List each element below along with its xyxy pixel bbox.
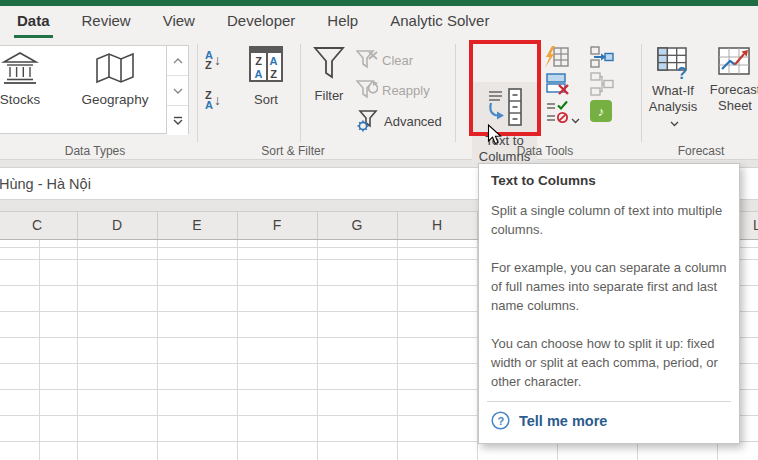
group-separator [197, 44, 198, 142]
clear-label: Clear [382, 53, 413, 68]
reapply-filter-button: Reapply [356, 80, 430, 100]
gallery-scroll-down-button[interactable] [167, 76, 188, 106]
column-header[interactable]: G [317, 217, 397, 233]
sort-filter-group-label: Sort & Filter [200, 144, 386, 158]
help-circle-icon: ? [491, 411, 510, 430]
funnel-icon [313, 46, 345, 80]
tell-me-more-label: Tell me more [519, 413, 607, 429]
group-separator [641, 44, 642, 142]
cluster-separator [300, 44, 301, 142]
formula-bar-value: Hùng - Hà Nội [0, 176, 91, 192]
geography-button[interactable]: Geography [75, 50, 155, 128]
ribbon: Stocks Geography [0, 38, 758, 160]
data-validation-button[interactable] [545, 100, 569, 128]
gallery-more-icon [173, 116, 183, 125]
group-separator [455, 44, 456, 142]
forecast-sheet-icon [717, 46, 753, 78]
chevron-down-icon [670, 121, 679, 127]
data-model-icon: ♪ [598, 104, 605, 119]
tab-data[interactable]: Data [14, 6, 53, 38]
svg-text:?: ? [677, 65, 687, 80]
sort-button[interactable]: Z A A Z Sort [238, 46, 294, 136]
flash-fill-icon [545, 46, 569, 68]
stocks-button[interactable]: Stocks [0, 50, 60, 128]
filter-label: Filter [315, 88, 344, 104]
down-arrow-icon: ↓ [214, 92, 221, 108]
map-icon [93, 50, 137, 86]
text-to-columns-tooltip: Text to Columns Split a single column of… [478, 163, 740, 444]
column-header[interactable]: F [237, 217, 317, 233]
forecast-sheet-label-line1: Forecast [710, 82, 758, 98]
gallery-scrollbar [166, 46, 188, 133]
reapply-label: Reapply [382, 83, 430, 98]
filter-button[interactable]: Filter [304, 46, 354, 136]
column-header[interactable]: D [77, 217, 157, 233]
tab-review[interactable]: Review [79, 6, 134, 38]
data-tools-group-label: Data Tools [460, 144, 630, 158]
manage-data-model-button[interactable]: ♪ [590, 100, 612, 122]
sort-descending-button[interactable]: ZA ↓ [205, 90, 221, 110]
advanced-filter-button[interactable]: Advanced [356, 110, 442, 132]
what-if-label-line2: Analysis [644, 99, 702, 131]
tell-me-more-link[interactable]: ? Tell me more [491, 411, 727, 430]
tooltip-paragraph: For example, you can separate a column o… [491, 258, 727, 315]
column-header[interactable]: H [397, 217, 477, 233]
data-types-group-label: Data Types [0, 144, 190, 158]
bank-icon [0, 50, 40, 86]
what-if-analysis-button[interactable]: ? What-If Analysis [644, 46, 702, 136]
tooltip-paragraph: Split a single column of text into multi… [491, 201, 727, 239]
consolidate-icon [590, 46, 614, 68]
tab-analytic-solver[interactable]: Analytic Solver [387, 6, 492, 38]
what-if-label-line1: What-If [652, 83, 694, 99]
tooltip-title: Text to Columns [491, 173, 727, 188]
relationships-icon [590, 72, 614, 96]
geography-label: Geography [75, 92, 155, 107]
tab-view[interactable]: View [160, 6, 198, 38]
excel-window: Data Review View Developer Help Analytic… [0, 0, 758, 460]
relationships-button [590, 72, 614, 100]
gallery-scroll-up-button[interactable] [167, 46, 188, 76]
column-header[interactable]: C [0, 217, 77, 233]
tooltip-divider [487, 401, 731, 402]
tab-developer[interactable]: Developer [224, 6, 298, 38]
text-to-columns-icon [486, 87, 524, 127]
down-arrow-icon: ↓ [214, 52, 221, 68]
flash-fill-button[interactable] [545, 46, 569, 72]
forecast-group-label: Forecast [645, 144, 757, 158]
consolidate-button[interactable] [590, 46, 614, 72]
sort-label: Sort [254, 92, 278, 108]
sort-dialog-icon: Z A A Z [249, 46, 283, 82]
data-types-gallery: Stocks Geography [0, 45, 189, 134]
column-header[interactable]: E [157, 217, 237, 233]
what-if-analysis-icon: ? [656, 46, 690, 80]
chevron-down-icon [173, 88, 183, 94]
remove-duplicates-button[interactable] [545, 72, 569, 100]
ribbon-tab-bar: Data Review View Developer Help Analytic… [0, 6, 758, 38]
forecast-sheet-label-line2: Sheet [718, 98, 752, 114]
remove-duplicates-icon [545, 72, 569, 96]
stocks-label: Stocks [0, 92, 60, 107]
advanced-label: Advanced [384, 114, 442, 129]
svg-text:?: ? [497, 415, 504, 427]
advanced-filter-icon [356, 110, 380, 132]
clear-filter-icon [356, 50, 378, 70]
tab-help[interactable]: Help [324, 6, 361, 38]
clear-filter-button: Clear [356, 50, 413, 70]
data-validation-icon [545, 100, 569, 124]
gallery-more-button[interactable] [167, 106, 188, 135]
tooltip-paragraph: You can choose how to split it up: fixed… [491, 334, 727, 391]
data-validation-dropdown[interactable] [571, 110, 580, 128]
reapply-filter-icon [356, 80, 378, 100]
sort-ascending-button[interactable]: AZ ↓ [205, 50, 221, 70]
chevron-up-icon [173, 58, 183, 64]
forecast-sheet-button[interactable]: Forecast Sheet [704, 46, 758, 136]
chevron-down-icon [571, 118, 580, 124]
